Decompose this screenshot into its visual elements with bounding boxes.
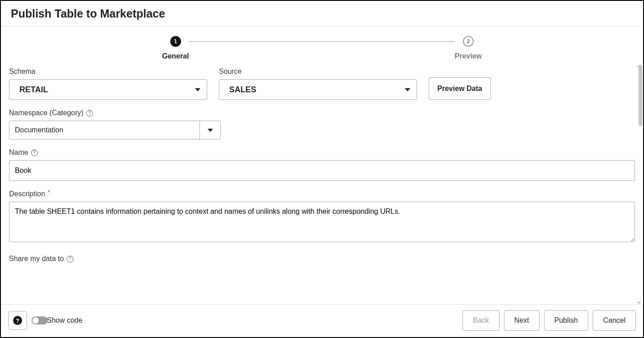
- chevron-down-icon: [195, 88, 200, 91]
- source-value: SALES: [229, 85, 256, 95]
- page-title: Publish Table to Marketplace: [11, 7, 633, 20]
- scrollbar-thumb[interactable]: [639, 65, 642, 126]
- dialog-footer: ? Show code Back Next Publish Cancel: [1, 304, 643, 337]
- source-field: Source SALES: [219, 68, 417, 100]
- preview-data-button[interactable]: Preview Data: [429, 77, 491, 100]
- publish-button[interactable]: Publish: [544, 310, 588, 331]
- name-label: Name: [9, 149, 28, 157]
- step-connector: [189, 41, 455, 42]
- show-code-label: Show code: [47, 316, 82, 324]
- step-number-2: 2: [463, 36, 474, 47]
- description-field: Description *: [9, 190, 635, 242]
- schema-label: Schema: [9, 68, 36, 76]
- namespace-field: Namespace (Category) ? Documentation: [9, 109, 221, 140]
- required-indicator: *: [48, 189, 50, 196]
- step-label-general: General: [162, 52, 189, 60]
- description-label: Description: [9, 190, 45, 198]
- question-mark-icon: ?: [13, 316, 22, 325]
- share-label: Share my data to: [9, 255, 64, 263]
- form-body: Schema RETAIL Source SALES Preview Data …: [1, 65, 643, 304]
- next-button[interactable]: Next: [504, 310, 540, 331]
- source-label: Source: [219, 68, 242, 76]
- chevron-down-icon: [208, 129, 213, 132]
- description-textarea[interactable]: [9, 202, 635, 242]
- step-preview[interactable]: 2 Preview: [455, 36, 482, 60]
- help-icon[interactable]: ?: [67, 256, 73, 262]
- share-field: Share my data to ?: [9, 255, 635, 264]
- chevron-down-icon: [405, 88, 410, 91]
- toggle-knob: [32, 317, 39, 324]
- scroll-down-arrow-icon: [637, 302, 641, 304]
- dialog-header: Publish Table to Marketplace: [1, 1, 643, 26]
- step-label-preview: Preview: [455, 52, 482, 60]
- schema-value: RETAIL: [19, 85, 48, 95]
- source-select[interactable]: SALES: [219, 79, 417, 100]
- show-code-toggle[interactable]: Show code: [32, 316, 82, 324]
- namespace-label: Namespace (Category): [9, 109, 83, 117]
- help-icon[interactable]: ?: [86, 110, 93, 117]
- name-input[interactable]: [9, 160, 635, 181]
- wizard-stepper: 1 General 2 Preview: [1, 26, 643, 65]
- step-general[interactable]: 1 General: [162, 36, 189, 60]
- back-button[interactable]: Back: [463, 310, 499, 331]
- cancel-button[interactable]: Cancel: [593, 310, 636, 331]
- help-button[interactable]: ?: [8, 311, 27, 330]
- step-number-1: 1: [170, 36, 181, 47]
- help-icon[interactable]: ?: [31, 149, 38, 156]
- toggle-track: [32, 316, 48, 324]
- namespace-value: Documentation: [15, 126, 63, 134]
- schema-field: Schema RETAIL: [9, 68, 207, 100]
- namespace-select[interactable]: Documentation: [9, 121, 221, 140]
- name-field: Name ?: [9, 149, 635, 181]
- schema-select[interactable]: RETAIL: [9, 79, 207, 100]
